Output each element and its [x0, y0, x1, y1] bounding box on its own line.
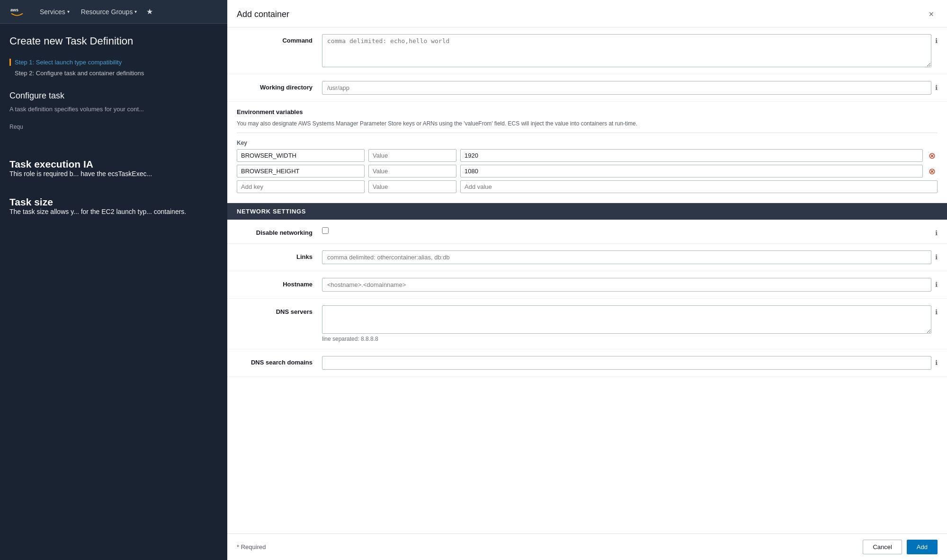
modal-body: Command ℹ Working directory ℹ Environmen…	[227, 27, 947, 533]
task-execution-section: Task execution IA This role is required …	[9, 159, 218, 178]
env-remove-0[interactable]: ⊗	[927, 151, 938, 160]
working-dir-row: Working directory ℹ	[227, 74, 947, 102]
configure-desc: A task definition specifies volumes for …	[9, 105, 218, 114]
command-input[interactable]	[322, 34, 931, 67]
services-chevron: ▾	[67, 9, 70, 14]
disable-networking-checkbox[interactable]	[322, 227, 329, 234]
dns-search-control-wrap: ℹ	[322, 356, 938, 370]
env-val-1[interactable]	[460, 165, 923, 178]
modal-title: Add container	[237, 9, 289, 19]
links-control-wrap: ℹ	[322, 250, 938, 264]
add-container-modal: Add container × Command ℹ Working direct…	[227, 0, 947, 560]
dns-servers-label: DNS servers	[237, 305, 322, 315]
env-add-value-type[interactable]	[368, 180, 456, 193]
links-input[interactable]	[322, 250, 931, 264]
add-button[interactable]: Add	[907, 540, 938, 554]
modal-footer: * Required Cancel Add	[227, 533, 947, 560]
hostname-input[interactable]	[322, 278, 931, 292]
env-key-1[interactable]	[237, 165, 365, 178]
env-add-row	[237, 180, 938, 193]
env-remove-1[interactable]: ⊗	[927, 167, 938, 176]
modal-header: Add container ×	[227, 0, 947, 27]
hostname-info-icon[interactable]: ℹ	[935, 281, 938, 288]
working-dir-info-icon[interactable]: ℹ	[935, 84, 938, 91]
working-dir-label: Working directory	[237, 81, 322, 91]
dns-servers-control-wrap: ℹ line separated: 8.8.8.8	[322, 305, 938, 342]
command-info-icon[interactable]: ℹ	[935, 37, 938, 44]
dns-servers-row: DNS servers ℹ line separated: 8.8.8.8	[227, 299, 947, 349]
task-execution-heading: Task execution IA	[9, 159, 218, 170]
network-settings-label: NETWORK SETTINGS	[237, 208, 306, 215]
task-size-desc: The task size allows y... for the EC2 la…	[9, 208, 218, 215]
disable-networking-wrap: ℹ	[322, 226, 938, 237]
svg-text:aws: aws	[10, 7, 18, 12]
step1-item[interactable]: Step 1: Select launch type compatibility	[9, 59, 218, 66]
required-note: * Required	[237, 543, 266, 551]
task-execution-desc: This role is required b... have the ecsT…	[9, 170, 218, 178]
env-row-0: ⊗	[237, 149, 938, 162]
env-key-0[interactable]	[237, 149, 365, 162]
step2-label: Step 2: Configure task and container def…	[15, 70, 144, 77]
env-key-column-label: Key	[237, 140, 938, 146]
cancel-button[interactable]: Cancel	[863, 540, 902, 554]
task-size-heading: Task size	[9, 196, 218, 208]
bookmarks-nav[interactable]: ★	[143, 7, 157, 16]
sidebar: Create new Task Definition Step 1: Selec…	[0, 24, 227, 560]
dns-search-info-icon[interactable]: ℹ	[935, 359, 938, 366]
resource-groups-nav[interactable]: Resource Groups ▾	[75, 0, 143, 24]
disable-networking-info-icon[interactable]: ℹ	[935, 229, 938, 237]
env-value-type-1[interactable]	[368, 165, 456, 178]
env-value-type-0[interactable]	[368, 149, 456, 162]
env-add-key-input[interactable]	[237, 180, 365, 193]
disable-networking-row: Disable networking ℹ	[227, 220, 947, 244]
links-label: Links	[237, 250, 322, 260]
step1-label: Step 1: Select launch type compatibility	[15, 59, 122, 66]
dns-search-input[interactable]	[322, 356, 931, 370]
command-control-wrap: ℹ	[322, 34, 938, 67]
hostname-row: Hostname ℹ	[227, 271, 947, 299]
resource-groups-chevron: ▾	[134, 9, 137, 14]
dns-search-label: DNS search domains	[237, 356, 322, 366]
configure-section: Configure task A task definition specifi…	[9, 91, 218, 130]
dns-servers-hint: line separated: 8.8.8.8	[322, 336, 378, 342]
modal-close-button[interactable]: ×	[925, 8, 938, 21]
env-val-0[interactable]	[460, 149, 923, 162]
required-field: Requ	[9, 124, 218, 130]
links-row: Links ℹ	[227, 244, 947, 271]
dns-servers-info-icon[interactable]: ℹ	[935, 308, 938, 316]
page-title: Create new Task Definition	[9, 35, 218, 47]
page-body: Create new Task Definition Step 1: Selec…	[0, 24, 947, 560]
working-dir-input[interactable]	[322, 81, 931, 95]
env-description: You may also designate AWS Systems Manag…	[237, 119, 938, 133]
env-add-val-input[interactable]	[460, 180, 938, 193]
hostname-control-wrap: ℹ	[322, 278, 938, 292]
disable-networking-label: Disable networking	[237, 226, 322, 236]
footer-buttons: Cancel Add	[863, 540, 938, 554]
services-nav[interactable]: Services ▾	[34, 0, 75, 24]
command-label: Command	[237, 34, 322, 44]
dns-servers-input[interactable]	[322, 305, 931, 334]
dns-search-row: DNS search domains ℹ	[227, 349, 947, 377]
resource-groups-label: Resource Groups	[81, 8, 133, 16]
env-row-1: ⊗	[237, 165, 938, 178]
aws-logo: aws	[8, 2, 27, 21]
services-label: Services	[40, 8, 65, 16]
step2-item[interactable]: Step 2: Configure task and container def…	[9, 70, 218, 77]
configure-heading: Configure task	[9, 91, 218, 101]
links-info-icon[interactable]: ℹ	[935, 253, 938, 261]
env-vars-section: Environment variables You may also desig…	[227, 102, 947, 203]
working-dir-control-wrap: ℹ	[322, 81, 938, 95]
task-size-section: Task size The task size allows y... for …	[9, 196, 218, 215]
network-settings-header: NETWORK SETTINGS	[227, 203, 947, 220]
hostname-label: Hostname	[237, 278, 322, 288]
env-vars-title: Environment variables	[237, 108, 938, 116]
command-row: Command ℹ	[227, 27, 947, 74]
